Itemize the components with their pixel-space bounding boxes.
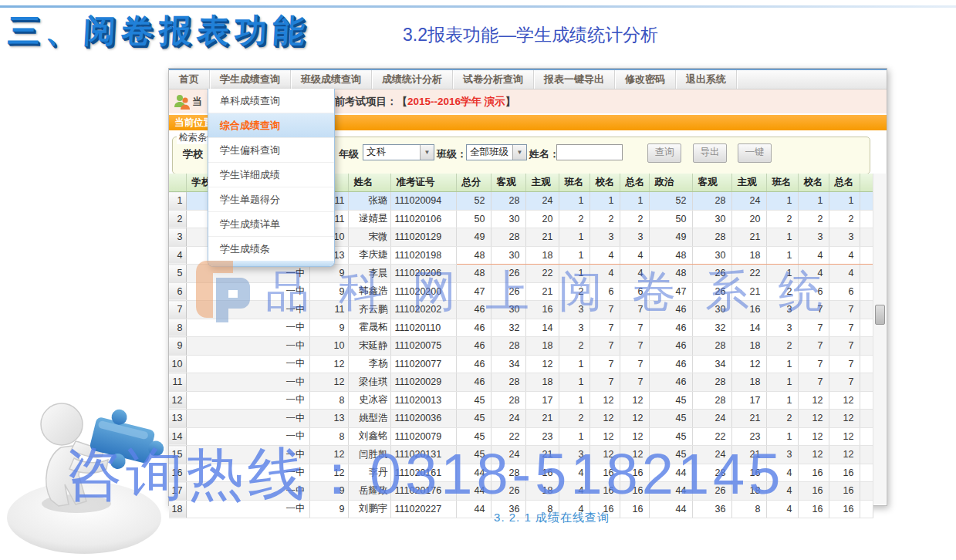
cell: 一中 — [186, 482, 309, 501]
cell: 12 — [620, 446, 649, 464]
cell: 30 — [692, 246, 731, 265]
dropdown-item-3[interactable]: 学生详细成绩 — [208, 162, 334, 187]
dropdown-item-6[interactable]: 学生成绩条 — [208, 236, 334, 261]
cell: 2 — [766, 337, 798, 356]
menu-item-1[interactable]: 学生成绩查询 — [210, 70, 291, 89]
search-button[interactable]: 查询 — [647, 143, 681, 163]
dropdown-item-2[interactable]: 学生偏科查询 — [208, 137, 334, 162]
user-bar-fragment: 当 — [192, 89, 202, 113]
cell: 7 — [798, 301, 829, 319]
cell: 16 — [525, 301, 559, 319]
table-row-6[interactable]: 6一中9韩鑫浩111020200472621266472621266 — [169, 282, 873, 301]
menu-item-5[interactable]: 报表一键导出 — [534, 70, 615, 89]
menu-item-7[interactable]: 退出系统 — [676, 70, 737, 89]
cell: 34 — [692, 355, 731, 373]
cell: 4 — [589, 246, 620, 265]
cell: 一中 — [186, 446, 309, 464]
class-label: 班级： — [437, 147, 467, 161]
table-row-13[interactable]: 13一中13姚型浩1110200364524212121245242121212 — [169, 410, 873, 428]
cell: 21 — [525, 282, 559, 301]
table-row-5[interactable]: 5一中9李晨111020206482622144482622144 — [169, 265, 873, 283]
grade-select[interactable]: 文科 ▼ — [363, 144, 434, 160]
cell — [860, 500, 873, 518]
menu-item-6[interactable]: 修改密码 — [615, 70, 676, 89]
cell: 1 — [559, 246, 589, 265]
cell — [860, 228, 873, 247]
cell: 47 — [456, 282, 491, 301]
cell: 1 — [766, 373, 798, 392]
app-window: 首页学生成绩查询班级成绩查询成绩统计分析试卷分析查询报表一键导出修改密码退出系统… — [168, 68, 887, 506]
cell: 44 — [649, 464, 692, 482]
column-header-4: 准考证号 — [390, 174, 456, 192]
column-header-8: 班名 — [559, 174, 589, 192]
table-row-9[interactable]: 9一中10宋延静111020075462818277462818277 — [169, 337, 873, 356]
cell: 梁佳琪 — [348, 373, 390, 392]
menu-item-2[interactable]: 班级成绩查询 — [291, 70, 372, 89]
cell: 李庆婕 — [348, 246, 390, 265]
column-header-10: 总名 — [620, 174, 649, 192]
cell: 6 — [169, 282, 186, 301]
menu-item-0[interactable]: 首页 — [169, 70, 210, 89]
cell: 1 — [766, 246, 798, 265]
menu-item-3[interactable]: 成绩统计分析 — [372, 70, 453, 89]
cell: 21 — [525, 446, 559, 464]
cell: 2 — [589, 210, 620, 228]
cell: 9 — [169, 337, 186, 356]
cell: 28 — [692, 391, 731, 410]
cell: 16 — [829, 500, 860, 518]
table-row-14[interactable]: 14一中8刘鑫铭1110200794522231121245222311212 — [169, 427, 873, 446]
export-button[interactable]: 导出 — [693, 143, 727, 163]
cell: 6 — [829, 282, 860, 301]
cell: 2 — [559, 282, 589, 301]
cell: 4 — [766, 464, 798, 482]
cell: 1 — [559, 373, 589, 392]
cell: 12 — [525, 355, 559, 373]
table-row-17[interactable]: 17一中9岳耀政1110201764426184161644261841616 — [169, 482, 873, 501]
cell: 111020129 — [390, 228, 456, 247]
cell: 46 — [649, 373, 692, 392]
cell: 7 — [798, 373, 829, 392]
table-row-12[interactable]: 12一中8史冰容1110200134528171121245281711212 — [169, 391, 873, 410]
table-row-8[interactable]: 8一中9霍晟柘111020110463214377463214377 — [169, 319, 873, 337]
table-row-15[interactable]: 15一中12闫胜凯1110201314524213121245242131212 — [169, 446, 873, 464]
cell: 111020161 — [390, 464, 456, 482]
cell: 45 — [649, 446, 692, 464]
cell: 48 — [649, 265, 692, 283]
dropdown-item-0[interactable]: 单科成绩查询 — [208, 89, 334, 113]
cell: 12 — [309, 446, 348, 464]
figure-caption: 3. 2. 1 成绩在线查询 — [421, 511, 683, 525]
top-divider-line — [0, 5, 956, 8]
cell: 28 — [491, 373, 525, 392]
cell: 12 — [798, 427, 829, 446]
dropdown-item-4[interactable]: 学生单题得分 — [208, 187, 334, 211]
cell: 21 — [731, 446, 766, 464]
cell: 111020029 — [390, 373, 456, 392]
name-input[interactable] — [556, 144, 623, 160]
cell: 1 — [589, 192, 620, 211]
cell: 14 — [731, 319, 766, 337]
exam-label-end: 】 — [505, 96, 516, 107]
table-row-16[interactable]: 16一中12李丹1110201614428164161644281641616 — [169, 464, 873, 482]
vertical-scrollbar[interactable] — [873, 174, 886, 504]
cell: 7 — [589, 355, 620, 373]
cell: 韩鑫浩 — [348, 282, 390, 301]
cell: 2 — [829, 210, 860, 228]
cell — [860, 246, 873, 265]
class-select[interactable]: 全部班级 ▼ — [466, 144, 527, 160]
table-row-10[interactable]: 10一中12李杨111020077463412177463412177 — [169, 355, 873, 373]
onekey-button[interactable]: 一键 — [738, 143, 772, 163]
cell: 15 — [169, 446, 186, 464]
cell: 28 — [491, 192, 525, 211]
cell: 12 — [620, 427, 649, 446]
table-row-7[interactable]: 7一中11齐云鹏111020202463016377463016377 — [169, 301, 873, 319]
dropdown-item-1[interactable]: 综合成绩查询 — [208, 113, 334, 137]
scrollbar-thumb[interactable] — [875, 305, 885, 325]
cell: 46 — [649, 319, 692, 337]
cell — [860, 210, 873, 228]
menu-item-4[interactable]: 试卷分析查询 — [453, 70, 534, 89]
cell: 一中 — [186, 427, 309, 446]
table-row-11[interactable]: 11一中12梁佳琪111020029462818177462818177 — [169, 373, 873, 392]
cell — [860, 301, 873, 319]
dropdown-item-5[interactable]: 学生成绩详单 — [208, 211, 334, 236]
cell: 18 — [731, 482, 766, 501]
